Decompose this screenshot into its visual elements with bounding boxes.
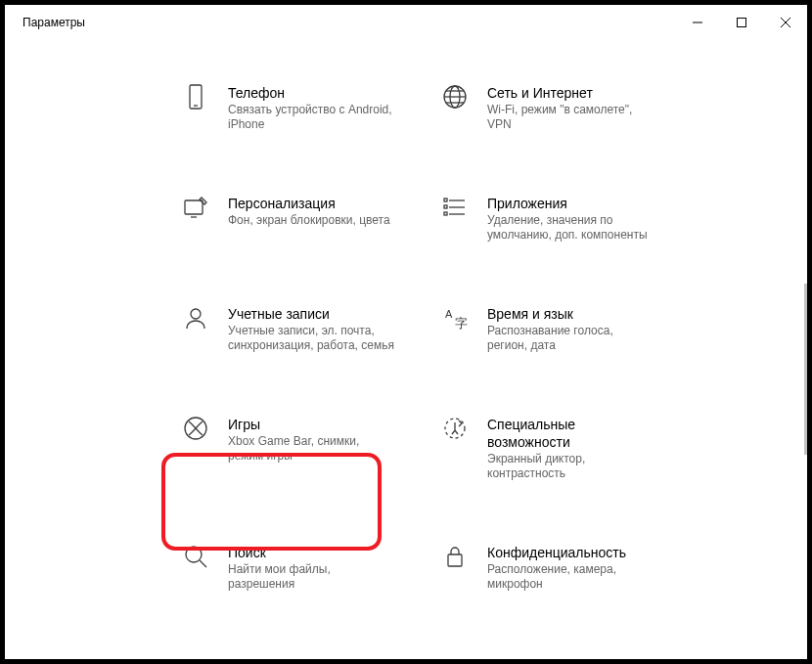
svg-rect-26 [448,554,462,566]
phone-icon [181,82,210,111]
category-desc: Распознавание голоса, регион, дата [487,324,654,353]
personalization-icon [181,193,210,222]
maximize-button[interactable] [719,8,763,37]
search-icon [181,542,210,571]
window-title: Параметры [23,16,85,29]
category-title: Приложения [487,195,654,212]
category-title: Конфиденциальность [487,544,654,561]
category-search[interactable]: Поиск Найти мои файлы, разрешения [181,542,396,592]
category-phone[interactable]: Телефон Связать устройство с Android, iP… [181,82,396,132]
lock-icon [440,542,470,571]
xbox-icon [181,414,210,443]
category-personalization[interactable]: Персонализация Фон, экран блокировки, цв… [181,193,396,243]
category-title: Персонализация [228,195,390,212]
category-desc: Связать устройство с Android, iPhone [228,103,394,132]
category-apps[interactable]: Приложения Удаление, значения по умолчан… [440,193,655,243]
svg-rect-18 [444,212,447,215]
category-gaming[interactable]: Игры Xbox Game Bar, снимки, режим игры [181,414,396,481]
svg-rect-11 [185,200,203,214]
category-title: Специальные возможности [487,416,654,451]
titlebar: Параметры [5,5,807,39]
svg-text:字: 字 [455,316,468,331]
category-desc: Расположение, камера, микрофон [487,562,654,592]
close-icon [781,18,790,27]
svg-point-24 [186,547,202,562]
category-title: Телефон [228,84,394,102]
category-title: Игры [228,416,394,433]
category-desc: Фон, экран блокировки, цвета [228,213,390,228]
maximize-icon [737,18,746,27]
category-desc: Удаление, значения по умолчанию, доп. ко… [487,213,654,243]
category-ease-of-access[interactable]: Специальные возможности Экранный диктор,… [440,414,655,481]
language-icon: A字 [440,303,470,332]
category-privacy[interactable]: Конфиденциальность Расположение, камера,… [440,542,655,592]
person-icon [181,303,210,332]
minimize-button[interactable] [675,8,719,37]
settings-window: Параметры Телефон Связать устройство с A… [5,5,807,659]
category-title: Поиск [228,544,394,561]
category-desc: Wi-Fi, режим "в самолете", VPN [487,103,654,132]
category-desc: Учетные записи, эл. почта, синхронизация… [228,324,394,353]
category-desc: Xbox Game Bar, снимки, режим игры [228,434,394,464]
svg-rect-1 [737,18,745,26]
scrollbar-thumb[interactable] [804,284,807,455]
category-time-language[interactable]: A字 Время и язык Распознавание голоса, ре… [440,303,655,353]
svg-rect-17 [444,205,447,208]
globe-icon [440,82,470,111]
window-controls [675,8,807,37]
category-title: Сеть и Интернет [487,84,654,102]
minimize-icon [693,18,702,27]
categories-grid: Телефон Связать устройство с Android, iP… [181,82,690,592]
svg-line-25 [200,560,206,567]
category-desc: Найти мои файлы, разрешения [228,562,394,592]
content-area: Телефон Связать устройство с Android, iP… [5,39,807,659]
category-desc: Экранный диктор, контрастность [487,452,654,481]
apps-icon [440,193,470,222]
svg-text:A: A [445,308,453,320]
category-network[interactable]: Сеть и Интернет Wi-Fi, режим "в самолете… [440,82,655,132]
category-accounts[interactable]: Учетные записи Учетные записи, эл. почта… [181,303,396,353]
svg-rect-16 [444,199,447,201]
category-title: Время и язык [487,305,654,323]
svg-point-19 [191,309,201,319]
close-button[interactable] [763,8,807,37]
accessibility-icon [440,414,470,443]
category-title: Учетные записи [228,305,394,323]
